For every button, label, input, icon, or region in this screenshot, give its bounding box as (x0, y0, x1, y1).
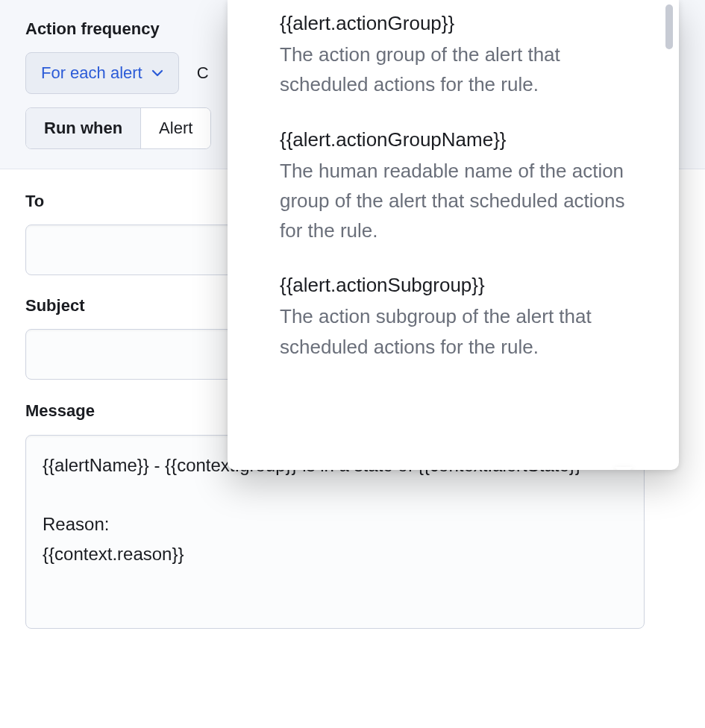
variable-item[interactable]: {{alert.actionGroupName}} The human read… (228, 122, 679, 269)
truncated-text: C (191, 63, 209, 83)
variable-name: {{alert.actionSubgroup}} (280, 274, 634, 297)
variable-list[interactable]: {{alert.actionGroup}} The action group o… (228, 0, 679, 470)
variable-desc: The action group of the alert that sched… (280, 40, 634, 100)
variable-desc: The human readable name of the action gr… (280, 156, 634, 246)
run-when-value[interactable]: Alert (141, 108, 210, 148)
variable-name: {{alert.actionGroup}} (280, 12, 634, 35)
popover-arrow (615, 468, 633, 470)
variable-item[interactable]: {{alert.actionSubgroup}} The action subg… (228, 268, 679, 384)
scrollbar-thumb[interactable] (665, 4, 673, 49)
variable-popover: {{alert.actionGroup}} The action group o… (228, 0, 679, 470)
for-each-alert-text: For each alert (41, 63, 142, 83)
variable-item[interactable]: {{alert.actionGroup}} The action group o… (228, 6, 679, 122)
run-when-group[interactable]: Run when Alert (25, 107, 211, 149)
message-label: Message (25, 401, 95, 421)
variable-desc: The action subgroup of the alert that sc… (280, 301, 634, 362)
variable-name: {{alert.actionGroupName}} (280, 128, 634, 151)
chevron-down-icon (151, 67, 163, 79)
run-when-label: Run when (26, 108, 141, 148)
for-each-alert-dropdown[interactable]: For each alert (25, 52, 179, 94)
